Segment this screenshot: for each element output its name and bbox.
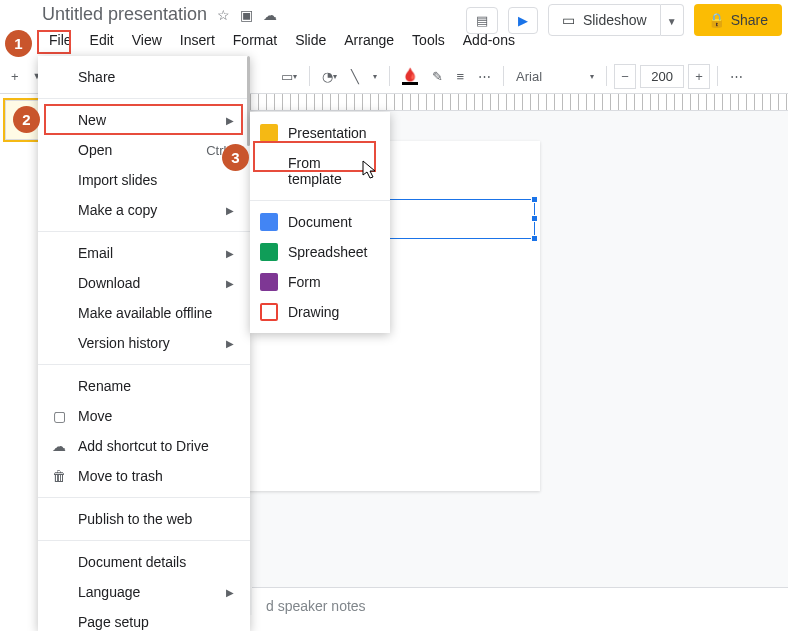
slideshow-icon: ▭ [562, 12, 575, 28]
menu-slide[interactable]: Slide [288, 28, 333, 52]
zoom-increase-button[interactable]: + [688, 64, 710, 89]
more-button[interactable]: ⋯ [725, 65, 748, 88]
submenu-arrow-icon: ▶ [226, 205, 234, 216]
border-weight-button[interactable]: ≡ [452, 65, 470, 88]
font-dropdown[interactable]: ▾ [585, 68, 599, 85]
share-label: Share [731, 12, 768, 28]
font-select[interactable]: Arial [511, 65, 581, 88]
menu-item-trash[interactable]: 🗑Move to trash [38, 461, 250, 491]
slideshow-label: Slideshow [583, 12, 647, 28]
menu-item-language[interactable]: Language▶ [38, 577, 250, 607]
submenu-document[interactable]: Document [250, 207, 390, 237]
comments-button[interactable]: ▤ [466, 7, 498, 34]
label: Add shortcut to Drive [78, 438, 209, 454]
menu-tools[interactable]: Tools [405, 28, 452, 52]
trash-icon: 🗑 [50, 467, 68, 485]
submenu-arrow-icon: ▶ [226, 115, 234, 126]
shape-button[interactable]: ◔▾ [317, 65, 342, 88]
annotation-step-2: 2 [13, 106, 40, 133]
comment-icon: ▤ [476, 13, 488, 28]
menu-item-open[interactable]: OpenCtrl+ [38, 135, 250, 165]
label: Version history [78, 335, 170, 351]
form-icon [260, 273, 278, 291]
menu-item-version-history[interactable]: Version history▶ [38, 328, 250, 358]
menu-item-import-slides[interactable]: Import slides [38, 165, 250, 195]
label: Rename [78, 378, 131, 394]
cloud-status-icon: ☁ [263, 7, 277, 23]
label: Page setup [78, 614, 149, 630]
border-color-button[interactable]: ✎ [427, 65, 448, 88]
label: Move [78, 408, 112, 424]
move-folder-icon[interactable]: ▣ [240, 7, 253, 23]
menu-file[interactable]: File [42, 28, 79, 52]
document-title[interactable]: Untitled presentation [42, 4, 207, 25]
present-button[interactable]: ▶ [508, 7, 538, 34]
label: Spreadsheet [288, 244, 367, 260]
label: Document [288, 214, 352, 230]
zoom-decrease-button[interactable]: − [614, 64, 636, 89]
file-menu-dropdown: Share New▶ OpenCtrl+ Import slides Make … [38, 56, 250, 631]
menu-edit[interactable]: Edit [83, 28, 121, 52]
menu-item-download[interactable]: Download▶ [38, 268, 250, 298]
share-button[interactable]: 🔒 Share [694, 4, 782, 36]
menu-item-new[interactable]: New▶ [38, 105, 250, 135]
new-submenu: Presentation From template Document Spre… [250, 112, 390, 333]
label: Make available offline [78, 305, 212, 321]
menu-item-document-details[interactable]: Document details [38, 547, 250, 577]
submenu-spreadsheet[interactable]: Spreadsheet [250, 237, 390, 267]
background-button[interactable]: ▭▾ [276, 65, 302, 88]
label: Download [78, 275, 140, 291]
spreadsheet-icon [260, 243, 278, 261]
label: Language [78, 584, 140, 600]
drawing-icon [260, 303, 278, 321]
label: Publish to the web [78, 511, 192, 527]
menu-item-publish[interactable]: Publish to the web [38, 504, 250, 534]
chevron-down-icon: ▼ [667, 16, 677, 27]
presentation-icon [260, 124, 278, 142]
label: Presentation [288, 125, 367, 141]
menu-item-add-shortcut[interactable]: ☁Add shortcut to Drive [38, 431, 250, 461]
label: Document details [78, 554, 186, 570]
menu-item-make-copy[interactable]: Make a copy▶ [38, 195, 250, 225]
slideshow-button[interactable]: ▭ Slideshow [548, 4, 661, 36]
label: Form [288, 274, 321, 290]
drive-shortcut-icon: ☁ [50, 437, 68, 455]
zoom-value[interactable]: 200 [640, 65, 684, 88]
menu-item-rename[interactable]: Rename [38, 371, 250, 401]
label: Open [78, 142, 112, 158]
label: New [78, 112, 106, 128]
menu-insert[interactable]: Insert [173, 28, 222, 52]
label: Drawing [288, 304, 339, 320]
star-icon[interactable]: ☆ [217, 7, 230, 23]
document-icon [260, 213, 278, 231]
submenu-arrow-icon: ▶ [226, 587, 234, 598]
menu-item-move[interactable]: ▢Move [38, 401, 250, 431]
resize-handle[interactable] [531, 196, 538, 203]
resize-handle[interactable] [531, 235, 538, 242]
submenu-arrow-icon: ▶ [226, 338, 234, 349]
line-button[interactable]: ╲ [346, 65, 364, 88]
submenu-arrow-icon: ▶ [226, 248, 234, 259]
move-icon: ▢ [50, 407, 68, 425]
menu-view[interactable]: View [125, 28, 169, 52]
label: Share [78, 69, 115, 85]
line-dropdown[interactable]: ▾ [368, 68, 382, 85]
annotation-step-3: 3 [222, 144, 249, 171]
submenu-presentation[interactable]: Presentation [250, 118, 390, 148]
slideshow-dropdown[interactable]: ▼ [661, 4, 684, 36]
menu-item-page-setup[interactable]: Page setup [38, 607, 250, 631]
border-dash-button[interactable]: ⋯ [473, 65, 496, 88]
label: Import slides [78, 172, 157, 188]
new-slide-button[interactable]: + [6, 65, 24, 88]
resize-handle[interactable] [531, 215, 538, 222]
menu-item-email[interactable]: Email▶ [38, 238, 250, 268]
submenu-drawing[interactable]: Drawing [250, 297, 390, 327]
speaker-notes[interactable]: d speaker notes [252, 587, 788, 631]
fill-color-button[interactable]: 🩸 [397, 63, 423, 89]
mouse-cursor-icon [362, 160, 378, 180]
menu-item-share[interactable]: Share [38, 62, 250, 92]
submenu-form[interactable]: Form [250, 267, 390, 297]
menu-arrange[interactable]: Arrange [337, 28, 401, 52]
menu-format[interactable]: Format [226, 28, 284, 52]
menu-item-offline[interactable]: Make available offline [38, 298, 250, 328]
